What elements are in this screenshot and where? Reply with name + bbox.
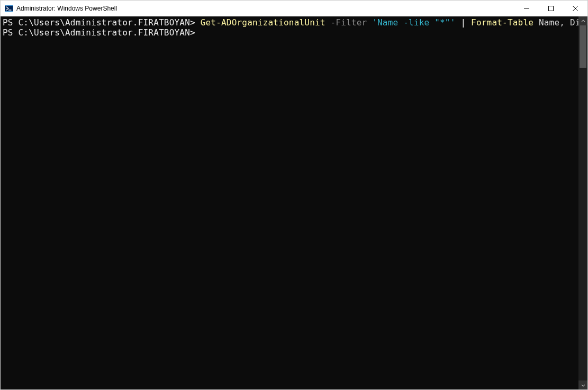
scrollbar-thumb[interactable] xyxy=(580,25,586,68)
window-controls xyxy=(514,1,587,16)
titlebar: Administrator: Windows PowerShell xyxy=(1,1,587,16)
maximize-button[interactable] xyxy=(539,1,563,16)
powershell-icon xyxy=(5,4,13,13)
scrollbar-track[interactable] xyxy=(578,25,587,380)
close-button[interactable] xyxy=(563,1,587,16)
chevron-up-icon xyxy=(581,19,585,23)
cmdlet-text: Get-ADOrganizationalUnit xyxy=(201,17,325,28)
cmdlet-text: Format-Table xyxy=(471,17,533,28)
minimize-button[interactable] xyxy=(514,1,539,16)
terminal-area: PS C:\Users\Administrator.FIRATBOYAN> Ge… xyxy=(1,16,587,389)
maximize-icon xyxy=(548,6,554,11)
powershell-window: Administrator: Windows PowerShell xyxy=(0,0,588,390)
arg-text: Name, DistinguishedName xyxy=(539,17,578,28)
string-text: 'Name -like "*"' xyxy=(372,17,455,28)
scrollbar-down-button[interactable] xyxy=(578,380,587,389)
window-title: Administrator: Windows PowerShell xyxy=(16,5,117,12)
titlebar-left: Administrator: Windows PowerShell xyxy=(5,4,117,13)
param-text: -Filter xyxy=(331,17,367,28)
close-icon xyxy=(573,6,578,11)
svg-rect-0 xyxy=(5,5,13,12)
prompt-text: PS C:\Users\Administrator.FIRATBOYAN> xyxy=(3,17,195,28)
chevron-down-icon xyxy=(581,383,585,387)
vertical-scrollbar[interactable] xyxy=(578,16,587,389)
prompt-text: PS C:\Users\Administrator.FIRATBOYAN> xyxy=(3,28,195,38)
svg-rect-4 xyxy=(549,6,554,11)
scrollbar-up-button[interactable] xyxy=(578,16,587,25)
pipe-text: | xyxy=(460,17,466,28)
minimize-icon xyxy=(524,6,529,11)
terminal-content[interactable]: PS C:\Users\Administrator.FIRATBOYAN> Ge… xyxy=(1,16,578,389)
